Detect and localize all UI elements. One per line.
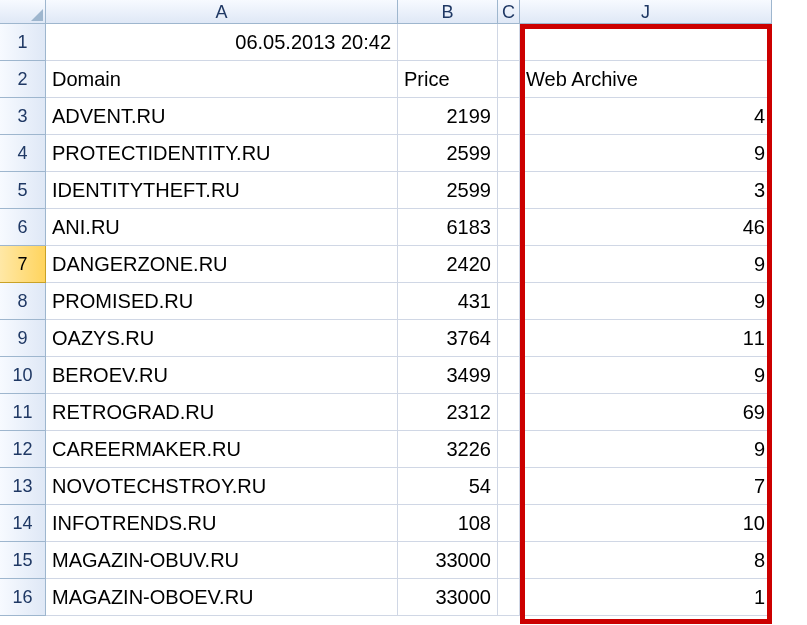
cell-J5[interactable]: 3: [520, 172, 772, 209]
cell-B5[interactable]: 2599: [398, 172, 498, 209]
row-header-4[interactable]: 4: [0, 135, 46, 172]
cell-B9[interactable]: 3764: [398, 320, 498, 357]
cell-J8[interactable]: 9: [520, 283, 772, 320]
row-header-8[interactable]: 8: [0, 283, 46, 320]
row-header-9[interactable]: 9: [0, 320, 46, 357]
cell-B6[interactable]: 6183: [398, 209, 498, 246]
cell-J14[interactable]: 10: [520, 505, 772, 542]
spreadsheet-grid[interactable]: A B C J 1 06.05.2013 20:42 2 Domain Pric…: [0, 0, 807, 616]
cell-B1[interactable]: [398, 24, 498, 61]
row-header-12[interactable]: 12: [0, 431, 46, 468]
cell-A1[interactable]: 06.05.2013 20:42: [46, 24, 398, 61]
row-header-7[interactable]: 7: [0, 246, 46, 283]
cell-A6[interactable]: ANI.RU: [46, 209, 398, 246]
cell-C11[interactable]: [498, 394, 520, 431]
cell-C15[interactable]: [498, 542, 520, 579]
col-header-A[interactable]: A: [46, 0, 398, 24]
cell-B16[interactable]: 33000: [398, 579, 498, 616]
row-header-13[interactable]: 13: [0, 468, 46, 505]
cell-C14[interactable]: [498, 505, 520, 542]
cell-J11[interactable]: 69: [520, 394, 772, 431]
cell-A2-domain-header[interactable]: Domain: [46, 61, 398, 98]
cell-B8[interactable]: 431: [398, 283, 498, 320]
cell-B7[interactable]: 2420: [398, 246, 498, 283]
cell-A11[interactable]: RETROGRAD.RU: [46, 394, 398, 431]
cell-A12[interactable]: CAREERMAKER.RU: [46, 431, 398, 468]
row-header-10[interactable]: 10: [0, 357, 46, 394]
cell-J15[interactable]: 8: [520, 542, 772, 579]
cell-A10[interactable]: BEROEV.RU: [46, 357, 398, 394]
row-header-14[interactable]: 14: [0, 505, 46, 542]
cell-B15[interactable]: 33000: [398, 542, 498, 579]
col-header-B[interactable]: B: [398, 0, 498, 24]
cell-B4[interactable]: 2599: [398, 135, 498, 172]
cell-J2-webarchive-header[interactable]: Web Archive: [520, 61, 772, 98]
col-header-C[interactable]: C: [498, 0, 520, 24]
row-header-16[interactable]: 16: [0, 579, 46, 616]
cell-C10[interactable]: [498, 357, 520, 394]
cell-A8[interactable]: PROMISED.RU: [46, 283, 398, 320]
cell-C4[interactable]: [498, 135, 520, 172]
select-all-corner[interactable]: [0, 0, 46, 24]
cell-C5[interactable]: [498, 172, 520, 209]
cell-J10[interactable]: 9: [520, 357, 772, 394]
cell-C3[interactable]: [498, 98, 520, 135]
cell-C13[interactable]: [498, 468, 520, 505]
cell-J1[interactable]: [520, 24, 772, 61]
cell-B12[interactable]: 3226: [398, 431, 498, 468]
cell-C8[interactable]: [498, 283, 520, 320]
cell-A14[interactable]: INFOTRENDS.RU: [46, 505, 398, 542]
row-header-3[interactable]: 3: [0, 98, 46, 135]
cell-B3[interactable]: 2199: [398, 98, 498, 135]
cell-J16[interactable]: 1: [520, 579, 772, 616]
cell-B13[interactable]: 54: [398, 468, 498, 505]
cell-B11[interactable]: 2312: [398, 394, 498, 431]
cell-A4[interactable]: PROTECTIDENTITY.RU: [46, 135, 398, 172]
cell-A3[interactable]: ADVENT.RU: [46, 98, 398, 135]
cell-J6[interactable]: 46: [520, 209, 772, 246]
row-header-2[interactable]: 2: [0, 61, 46, 98]
cell-C16[interactable]: [498, 579, 520, 616]
cell-A16[interactable]: MAGAZIN-OBOEV.RU: [46, 579, 398, 616]
cell-C7[interactable]: [498, 246, 520, 283]
row-header-1[interactable]: 1: [0, 24, 46, 61]
cell-A15[interactable]: MAGAZIN-OBUV.RU: [46, 542, 398, 579]
cell-B14[interactable]: 108: [398, 505, 498, 542]
cell-C6[interactable]: [498, 209, 520, 246]
row-header-6[interactable]: 6: [0, 209, 46, 246]
cell-C1[interactable]: [498, 24, 520, 61]
row-header-15[interactable]: 15: [0, 542, 46, 579]
cell-J12[interactable]: 9: [520, 431, 772, 468]
cell-J9[interactable]: 11: [520, 320, 772, 357]
cell-B10[interactable]: 3499: [398, 357, 498, 394]
cell-J13[interactable]: 7: [520, 468, 772, 505]
cell-A13[interactable]: NOVOTECHSTROY.RU: [46, 468, 398, 505]
cell-C12[interactable]: [498, 431, 520, 468]
col-header-J[interactable]: J: [520, 0, 772, 24]
cell-J3[interactable]: 4: [520, 98, 772, 135]
row-header-5[interactable]: 5: [0, 172, 46, 209]
cell-A9[interactable]: OAZYS.RU: [46, 320, 398, 357]
cell-A7[interactable]: DANGERZONE.RU: [46, 246, 398, 283]
cell-B2-price-header[interactable]: Price: [398, 61, 498, 98]
cell-C9[interactable]: [498, 320, 520, 357]
cell-J4[interactable]: 9: [520, 135, 772, 172]
cell-A5[interactable]: IDENTITYTHEFT.RU: [46, 172, 398, 209]
cell-C2[interactable]: [498, 61, 520, 98]
cell-J7[interactable]: 9: [520, 246, 772, 283]
row-header-11[interactable]: 11: [0, 394, 46, 431]
